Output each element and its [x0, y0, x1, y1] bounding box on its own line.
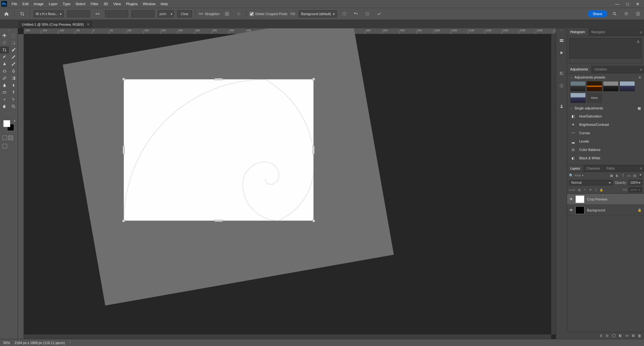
tab-adjustments[interactable]: Adjustments: [567, 66, 591, 73]
menu-edit[interactable]: Edit: [20, 1, 31, 7]
menu-select[interactable]: Select: [73, 1, 88, 7]
single-adjustment-item[interactable]: ☀Brightness/Contrast: [570, 120, 641, 129]
crop-handle-tl[interactable]: [122, 78, 125, 80]
hand-tool[interactable]: [0, 103, 9, 110]
dock-timeline-icon[interactable]: [558, 37, 565, 44]
link-layers-icon[interactable]: ⎘: [600, 334, 602, 338]
single-adjustment-item[interactable]: ⚖Color Balance: [570, 145, 641, 154]
workspace-icon[interactable]: [634, 10, 642, 18]
content-aware-move-tool[interactable]: [0, 68, 9, 75]
clear-button[interactable]: Clear: [177, 10, 192, 17]
preset-thumb[interactable]: [603, 81, 619, 91]
status-chevron-icon[interactable]: 〉: [69, 341, 73, 345]
close-tab-icon[interactable]: ×: [87, 22, 89, 27]
grid-view-icon[interactable]: ▦: [638, 106, 641, 110]
crop-handle-bl[interactable]: [122, 220, 125, 222]
crop-handle-r[interactable]: [313, 146, 315, 154]
preset-thumb[interactable]: [570, 81, 586, 91]
layer-filter-kind-dropdown[interactable]: Kind▾: [575, 174, 608, 177]
tab-layers[interactable]: Layers: [567, 165, 583, 172]
lock-transparency-icon[interactable]: ▩: [577, 188, 582, 192]
cancel-crop-icon[interactable]: [363, 10, 372, 18]
quick-select-tool[interactable]: [9, 39, 18, 46]
edit-mode-quickmask[interactable]: [8, 136, 13, 140]
dock-image-icon[interactable]: [558, 70, 565, 77]
dock-character-icon[interactable]: [558, 103, 565, 110]
tab-paths[interactable]: Paths: [603, 165, 618, 172]
crop-preset-dropdown[interactable]: W x H x Reso...▾: [33, 10, 64, 17]
layer-thumbnail[interactable]: [575, 195, 584, 203]
panel-menu-icon[interactable]: ≡: [638, 30, 644, 34]
tab-channels[interactable]: Channels: [583, 165, 603, 172]
crop-handle-br[interactable]: [312, 220, 315, 222]
window-maximize-icon[interactable]: □: [626, 2, 629, 6]
dodge-tool[interactable]: [9, 82, 18, 89]
fill-input[interactable]: 100%▾: [629, 187, 642, 192]
filter-shape-icon[interactable]: ▭: [627, 173, 631, 178]
expand-dock-icon[interactable]: «: [561, 29, 562, 32]
panel-menu-icon[interactable]: ≡: [638, 68, 644, 71]
spot-heal-tool[interactable]: [0, 53, 9, 61]
layer-fx-icon[interactable]: fx: [606, 334, 609, 338]
pen-tool[interactable]: [9, 68, 18, 75]
dock-info-icon[interactable]: [558, 82, 565, 89]
delete-layer-icon[interactable]: 🗑: [638, 334, 641, 338]
direct-select-tool[interactable]: [9, 96, 18, 103]
scrollbar-vertical[interactable]: [551, 34, 556, 334]
single-adjustment-item[interactable]: 〰Curves: [570, 129, 641, 137]
search-icon[interactable]: [611, 10, 619, 18]
swap-colors-icon[interactable]: ⤭: [13, 119, 16, 123]
menu-3d[interactable]: 3D: [101, 1, 111, 7]
filter-type-icon[interactable]: T: [621, 173, 625, 178]
eyedropper-tool[interactable]: [9, 46, 18, 53]
layer-thumbnail[interactable]: [575, 206, 584, 214]
shape-tool[interactable]: [0, 89, 9, 96]
gradient-tool[interactable]: [9, 75, 18, 82]
crop-resolution-input[interactable]: [131, 10, 155, 17]
doc-dimensions[interactable]: 2164 px x 1809 px (118.11 ppcm): [14, 341, 65, 345]
menu-window[interactable]: Window: [140, 1, 158, 7]
crop-height-input[interactable]: [105, 10, 128, 17]
layer-row[interactable]: 👁Crop Preview: [567, 194, 644, 205]
reset-crop-icon[interactable]: [340, 10, 348, 18]
single-adjustment-item[interactable]: ▂Levels: [570, 137, 641, 145]
menu-plugins[interactable]: Plugins: [123, 1, 140, 7]
delete-cropped-checkbox[interactable]: Delete Cropped Pixels: [250, 12, 288, 16]
crop-handle-tr[interactable]: [312, 78, 315, 80]
lock-all-icon[interactable]: 🔒: [599, 188, 604, 192]
ruler-vertical[interactable]: [18, 34, 24, 339]
zoom-tool[interactable]: [9, 103, 18, 110]
histogram-warning-icon[interactable]: ⚠: [637, 40, 640, 44]
menu-view[interactable]: View: [111, 1, 124, 7]
tab-libraries[interactable]: Libraries: [591, 66, 610, 73]
fill-dropdown[interactable]: Background (default)▾: [299, 10, 337, 17]
canvas-stage[interactable]: [24, 34, 556, 339]
panel-menu-icon[interactable]: ≡: [638, 166, 644, 170]
layer-name[interactable]: Background: [587, 208, 605, 212]
crop-handle-t[interactable]: [214, 78, 223, 80]
marquee-tool[interactable]: [9, 32, 18, 39]
crop-options-gear-icon[interactable]: [234, 10, 243, 18]
list-view-icon[interactable]: ≡: [639, 75, 641, 79]
lasso-tool[interactable]: [0, 39, 9, 46]
screen-mode-icon[interactable]: [3, 144, 7, 148]
filter-smart-icon[interactable]: ▤: [632, 173, 637, 178]
foreground-color-swatch[interactable]: [3, 120, 10, 127]
menu-layer[interactable]: Layer: [46, 1, 60, 7]
visibility-toggle-icon[interactable]: 👁: [567, 208, 575, 212]
single-adjustment-item[interactable]: ◧Hue/Saturation: [570, 112, 641, 120]
crop-handle-l[interactable]: [123, 146, 125, 154]
single-adjustment-item[interactable]: ◐Black & White: [570, 154, 641, 162]
overlay-options-icon[interactable]: [223, 10, 231, 18]
eraser-tool[interactable]: [0, 75, 9, 82]
opacity-input[interactable]: 100%▾: [629, 180, 642, 185]
preset-thumb[interactable]: [570, 93, 586, 103]
dock-play-icon[interactable]: [558, 49, 565, 56]
tab-navigator[interactable]: Navigator: [588, 28, 609, 36]
resolution-unit-dropdown[interactable]: px/in▾: [158, 10, 174, 17]
edit-mode-standard[interactable]: [3, 136, 7, 140]
lock-pixels-icon[interactable]: ✎: [583, 188, 587, 192]
adjustments-presets-header[interactable]: ⌄ Adjustments presets ≡: [567, 73, 644, 81]
blur-tool[interactable]: [0, 82, 9, 89]
layer-name[interactable]: Crop Preview: [587, 197, 607, 201]
